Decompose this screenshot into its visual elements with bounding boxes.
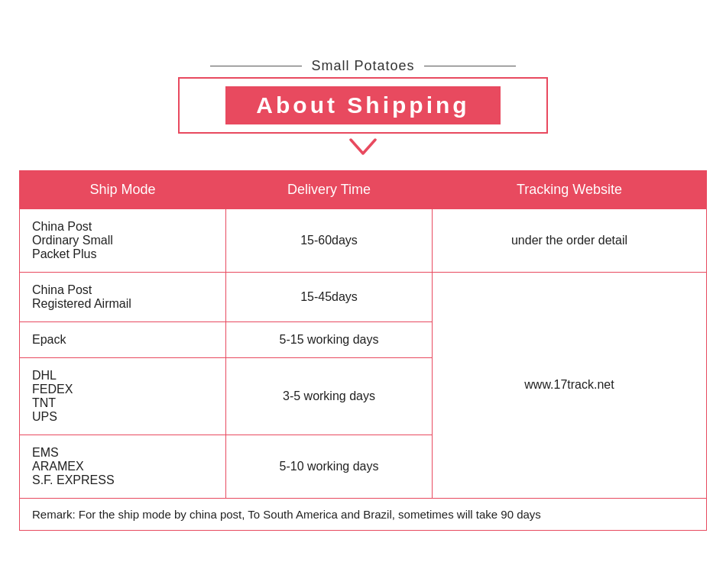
ship-mode-cell: China PostRegistered Airmail: [20, 272, 226, 321]
ship-mode-cell: China PostOrdinary SmallPacket Plus: [20, 208, 226, 272]
divider-left: [210, 66, 302, 66]
tracking-cell-merged: www.17track.net: [433, 272, 707, 498]
remark-row: Remark: For the ship mode by china post,…: [20, 498, 707, 530]
brand-name: Small Potatoes: [311, 58, 414, 74]
page-title: About Shipping: [225, 86, 500, 124]
table-row: China PostRegistered Airmail 15-45days w…: [20, 272, 707, 321]
remark-cell: Remark: For the ship mode by china post,…: [20, 498, 707, 530]
ship-mode-cell: DHLFEDEXTNTUPS: [20, 357, 226, 435]
col-ship-mode: Ship Mode: [20, 170, 226, 208]
page-wrapper: Small Potatoes About Shipping Ship Mode …: [19, 58, 707, 531]
table-header-row: Ship Mode Delivery Time Tracking Website: [20, 170, 707, 208]
brand-line: Small Potatoes: [210, 58, 515, 74]
ship-mode-cell: Epack: [20, 321, 226, 357]
delivery-time-cell: 15-45days: [226, 272, 433, 321]
header-section: Small Potatoes About Shipping: [19, 58, 707, 157]
col-delivery-time: Delivery Time: [226, 170, 433, 208]
delivery-time-cell: 5-10 working days: [226, 435, 433, 498]
ship-mode-cell: EMSARAMEXS.F. EXPRESS: [20, 435, 226, 498]
chevron-down-icon: [349, 138, 377, 157]
title-box: About Shipping: [178, 77, 547, 134]
table-row: China PostOrdinary SmallPacket Plus 15-6…: [20, 208, 707, 272]
shipping-table: Ship Mode Delivery Time Tracking Website…: [19, 170, 707, 531]
col-tracking-website: Tracking Website: [433, 170, 707, 208]
delivery-time-cell: 5-15 working days: [226, 321, 433, 357]
tracking-cell: under the order detail: [433, 208, 707, 272]
divider-right: [424, 66, 516, 66]
delivery-time-cell: 15-60days: [226, 208, 433, 272]
delivery-time-cell: 3-5 working days: [226, 357, 433, 435]
